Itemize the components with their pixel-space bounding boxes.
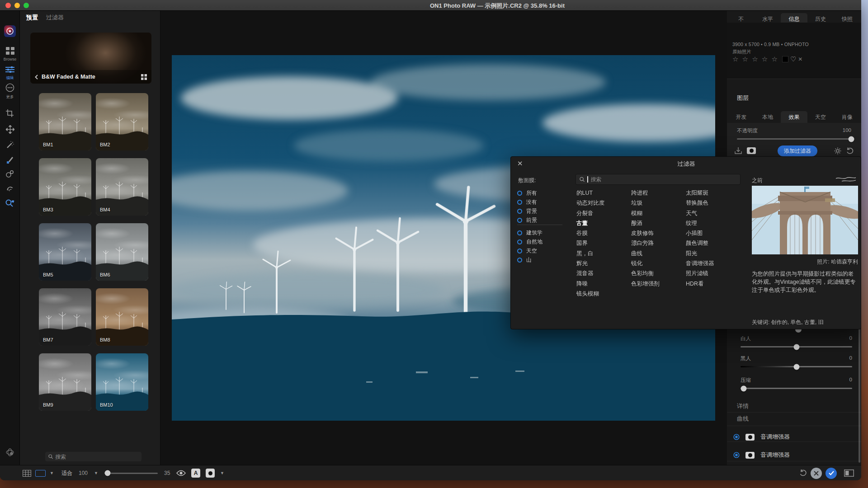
compare-icon[interactable]: A bbox=[191, 469, 200, 478]
tool-brush[interactable] bbox=[0, 155, 20, 166]
color-label-swatch[interactable] bbox=[782, 56, 788, 62]
tool-blur[interactable] bbox=[0, 184, 20, 195]
filter-name[interactable]: 分裂音 bbox=[576, 210, 628, 220]
zoom-window-button[interactable] bbox=[24, 3, 29, 8]
edit-tab[interactable]: 天空 bbox=[807, 111, 834, 124]
rail-item-edit[interactable]: 编辑 bbox=[0, 66, 20, 81]
filter-enabled-icon[interactable] bbox=[733, 434, 740, 440]
filter-enabled-icon[interactable] bbox=[733, 452, 740, 458]
filter-name[interactable]: 天气 bbox=[686, 210, 738, 220]
preset-search-box[interactable] bbox=[45, 452, 142, 461]
scrollbar[interactable] bbox=[859, 327, 860, 463]
filter-name[interactable]: 镜头模糊 bbox=[576, 290, 628, 300]
edit-tab[interactable]: 效果 bbox=[781, 111, 807, 124]
tool-clone[interactable] bbox=[0, 170, 20, 180]
featured-preset-card[interactable]: B&W Faded & Matte bbox=[30, 33, 151, 84]
grid-view-icon[interactable] bbox=[141, 74, 147, 80]
like-heart-icon[interactable]: ♡ bbox=[790, 55, 796, 63]
layers-header[interactable]: 图层 bbox=[737, 94, 749, 102]
filter-name[interactable]: 色彩均衡 bbox=[631, 270, 683, 280]
opacity-slider[interactable] bbox=[737, 138, 851, 140]
preset-thumbnail[interactable]: BM8 bbox=[96, 288, 148, 346]
filter-name[interactable]: 漂白旁路 bbox=[631, 239, 683, 249]
filter-name[interactable]: 小插图 bbox=[686, 230, 738, 239]
zoom-chevron-icon[interactable]: ▼ bbox=[94, 471, 98, 475]
tool-magic-wand[interactable] bbox=[0, 141, 20, 151]
undo-icon[interactable] bbox=[799, 469, 807, 477]
add-filter-button[interactable]: 添加过滤器 bbox=[778, 145, 817, 156]
back-chevron-icon[interactable] bbox=[35, 75, 38, 80]
apply-button[interactable] bbox=[826, 468, 837, 479]
filter-name[interactable]: 锐化 bbox=[631, 260, 683, 270]
mask-view-icon[interactable] bbox=[206, 469, 215, 478]
curves-section-header[interactable]: 曲线 bbox=[737, 415, 749, 423]
filter-name[interactable]: 替换颜色 bbox=[686, 199, 738, 209]
grid-view-toggle-icon[interactable] bbox=[23, 470, 31, 477]
filter-name[interactable]: HDR看 bbox=[686, 280, 738, 290]
preset-search-input[interactable] bbox=[55, 454, 138, 460]
reject-icon[interactable]: ✕ bbox=[798, 56, 802, 62]
scene-category[interactable]: 自然地 bbox=[517, 237, 571, 246]
slider-knob[interactable] bbox=[741, 385, 747, 391]
filter-name[interactable]: 的LUT bbox=[576, 189, 628, 199]
details-section-header[interactable]: 详情 bbox=[737, 402, 749, 410]
filter-name[interactable]: 动态对比度 bbox=[576, 199, 628, 209]
title-bar[interactable]: ON1 Photo RAW — 示例照片.CR2 @ 35.8% 16-bit bbox=[0, 0, 861, 11]
edit-tab[interactable]: 本地 bbox=[755, 111, 781, 124]
filter-name[interactable]: 垃圾 bbox=[631, 199, 683, 209]
layer-mask-icon[interactable] bbox=[747, 147, 756, 154]
filter-mask-icon[interactable] bbox=[745, 434, 755, 441]
edit-tab[interactable]: 肖像 bbox=[834, 111, 860, 124]
mask-category[interactable]: 所有 bbox=[517, 188, 571, 197]
scene-category[interactable]: 建筑学 bbox=[517, 228, 571, 237]
slider-track[interactable] bbox=[741, 366, 852, 367]
preset-thumbnail[interactable]: BM3 bbox=[39, 158, 91, 216]
slider-knob[interactable] bbox=[793, 344, 799, 350]
edit-tab[interactable]: 开发 bbox=[728, 111, 755, 124]
zoom-slider[interactable] bbox=[104, 473, 158, 474]
zoom-fit-button[interactable]: 适合 bbox=[61, 469, 72, 477]
preset-thumbnail[interactable]: BM2 bbox=[96, 93, 148, 150]
preset-thumbnail[interactable]: BM10 bbox=[96, 353, 148, 411]
mask-category[interactable]: 前景 bbox=[517, 216, 571, 225]
filter-mask-icon[interactable] bbox=[745, 452, 755, 459]
preset-thumbnail[interactable]: BM1 bbox=[39, 93, 91, 150]
filter-name[interactable]: 降噪 bbox=[576, 280, 628, 290]
filter-name[interactable]: 古董 bbox=[576, 220, 628, 230]
presets-panel-tab[interactable]: 预置 bbox=[26, 14, 38, 22]
hidden-slider-knob[interactable] bbox=[795, 329, 802, 333]
slider-track[interactable] bbox=[741, 388, 852, 389]
filter-name[interactable]: 跨进程 bbox=[631, 189, 683, 199]
filter-name[interactable]: 色彩增强剂 bbox=[631, 280, 683, 290]
filter-name[interactable]: 混音器 bbox=[576, 270, 628, 280]
before-preview-image[interactable] bbox=[752, 186, 858, 254]
filter-name[interactable]: 颜色调整 bbox=[686, 239, 738, 249]
filter-name[interactable]: 辉光 bbox=[576, 260, 628, 270]
ai-orbit-icon[interactable] bbox=[0, 447, 20, 459]
scene-category[interactable]: 天空 bbox=[517, 246, 571, 255]
star-rating[interactable]: ☆ ☆ ☆ ☆ ☆ bbox=[732, 55, 778, 63]
filter-name[interactable]: 酿酒 bbox=[631, 220, 683, 230]
preview-options-chevron-icon[interactable]: ▼ bbox=[220, 471, 224, 475]
filter-name[interactable]: 谷膜 bbox=[576, 230, 628, 239]
filter-name[interactable]: 皮肤修饰 bbox=[631, 230, 683, 239]
filter-name[interactable]: 照片滤镜 bbox=[686, 270, 738, 280]
view-options-chevron-icon[interactable]: ▼ bbox=[50, 471, 54, 475]
cancel-button[interactable] bbox=[811, 468, 822, 479]
filter-name[interactable]: 黑，白 bbox=[576, 250, 628, 260]
slider-knob[interactable] bbox=[793, 364, 799, 370]
filter-search-input[interactable] bbox=[591, 176, 736, 183]
filter-search-box[interactable] bbox=[576, 174, 741, 185]
minimize-window-button[interactable] bbox=[14, 3, 20, 8]
export-icon[interactable] bbox=[734, 146, 742, 155]
filter-name[interactable]: 阳光 bbox=[686, 250, 738, 260]
preset-thumbnail[interactable]: BM9 bbox=[39, 353, 91, 411]
preview-eye-icon[interactable] bbox=[176, 470, 186, 476]
reset-icon[interactable] bbox=[846, 147, 854, 155]
filter-name[interactable]: 国界 bbox=[576, 239, 628, 249]
tool-crop[interactable] bbox=[0, 109, 20, 120]
gear-icon[interactable] bbox=[834, 147, 841, 155]
filter-name[interactable]: 曲线 bbox=[631, 250, 683, 260]
filter-name[interactable]: 太阳耀斑 bbox=[686, 189, 738, 199]
zoom-value[interactable]: 100 bbox=[79, 470, 88, 476]
